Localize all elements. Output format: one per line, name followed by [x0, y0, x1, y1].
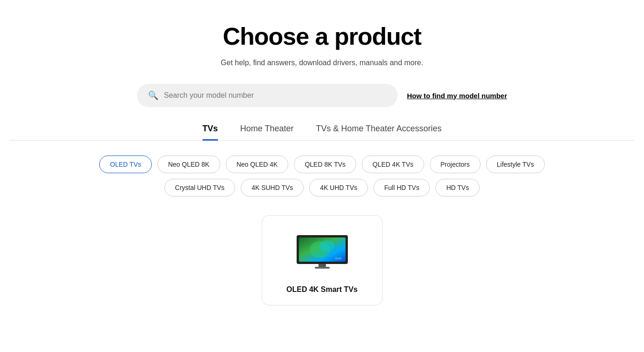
search-bar: 🔍: [137, 84, 398, 107]
chip-qled-4k-tvs[interactable]: QLED 4K TVs: [362, 156, 424, 173]
chip-neo-qled-8k[interactable]: Neo QLED 8K: [157, 156, 220, 173]
chip-hd-tvs[interactable]: HD TVs: [435, 179, 480, 196]
product-grid: OLED OLED 4K Smart TVs: [66, 215, 578, 305]
chip-qled-8k-tvs[interactable]: QLED 8K TVs: [294, 156, 356, 173]
filter-chips: OLED TVs Neo QLED 8K Neo QLED 4K QLED 8K…: [66, 156, 578, 196]
search-input[interactable]: [164, 91, 386, 100]
svg-rect-5: [315, 267, 330, 269]
svg-text:OLED: OLED: [335, 257, 342, 260]
model-number-link[interactable]: How to find my model number: [407, 92, 507, 100]
product-card-oled-4k[interactable]: OLED OLED 4K Smart TVs: [262, 215, 383, 305]
search-icon: 🔍: [148, 90, 158, 101]
chip-lifestyle-tvs[interactable]: Lifestyle TVs: [486, 156, 545, 173]
tab-home-theater[interactable]: Home Theater: [240, 124, 294, 141]
product-image: OLED: [292, 230, 353, 272]
chip-4k-uhd-tvs[interactable]: 4K UHD TVs: [309, 179, 368, 196]
tv-illustration: OLED: [294, 233, 350, 270]
chip-crystal-uhd-tvs[interactable]: Crystal UHD TVs: [164, 179, 235, 196]
chip-full-hd-tvs[interactable]: Full HD TVs: [373, 179, 430, 196]
page-wrapper: Choose a product Get help, find answers,…: [0, 0, 644, 324]
chip-neo-qled-4k[interactable]: Neo QLED 4K: [226, 156, 289, 173]
page-title: Choose a product: [223, 22, 421, 50]
svg-point-3: [319, 240, 334, 251]
tab-accessories[interactable]: TVs & Home Theater Accessories: [316, 124, 441, 141]
tabs-row: TVs Home Theater TVs & Home Theater Acce…: [9, 124, 635, 141]
search-row: 🔍 How to find my model number: [9, 84, 635, 107]
chip-oled-tvs[interactable]: OLED TVs: [99, 156, 152, 173]
chip-4k-suhd-tvs[interactable]: 4K SUHD TVs: [241, 179, 304, 196]
chip-projectors[interactable]: Projectors: [430, 156, 481, 173]
page-subtitle: Get help, find answers, download drivers…: [221, 59, 423, 67]
tab-tvs[interactable]: TVs: [203, 124, 218, 141]
product-name: OLED 4K Smart TVs: [286, 285, 358, 294]
svg-rect-4: [319, 264, 326, 267]
